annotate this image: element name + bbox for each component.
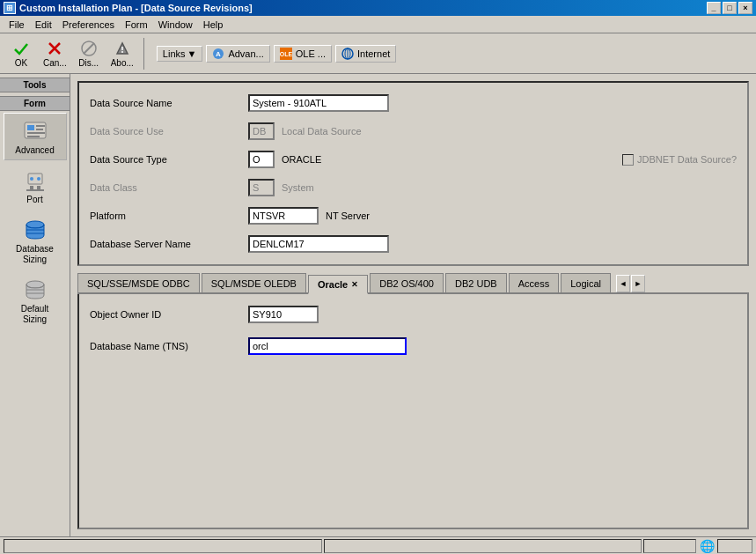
data-source-type-label: Data Source Type [90, 154, 248, 165]
cancel-button[interactable]: Can... [39, 36, 71, 70]
data-source-name-row: Data Source Name [90, 93, 737, 113]
tab-sql-sse-label: SQL/SSE/MSDE ODBC [87, 278, 190, 289]
sidebar-item-port[interactable]: Port [4, 162, 67, 210]
tab-oracle-close[interactable]: ✕ [351, 280, 358, 289]
tab-access[interactable]: Access [509, 273, 559, 292]
svg-point-6 [121, 51, 123, 53]
abo-button[interactable]: Abo... [106, 36, 138, 70]
database-server-name-input[interactable] [248, 235, 389, 253]
tab-scroll-prev[interactable]: ◄ [616, 275, 630, 292]
svg-point-24 [30, 177, 33, 181]
menu-help[interactable]: Help [198, 18, 229, 32]
sidebar-item-advanced[interactable]: Advanced [4, 113, 67, 160]
database-server-name-row: Database Server Name [90, 234, 737, 254]
sidebar-item-default-sizing[interactable]: Default Sizing [4, 271, 67, 329]
data-source-use-fields: Local Data Source [248, 122, 362, 140]
database-name-tns-label: Database Name (TNS) [90, 341, 248, 351]
minimize-button[interactable]: _ [707, 2, 721, 14]
dis-label: Dis... [78, 58, 99, 68]
database-name-tns-input[interactable] [248, 337, 407, 355]
menu-preferences[interactable]: Preferences [57, 18, 120, 32]
sidebar-item-database-sizing[interactable]: Database Sizing [4, 211, 67, 270]
globe-icon: 🌐 [698, 539, 716, 553]
data-source-type-prefix-input[interactable] [248, 151, 275, 168]
app-icon: ⊞ [4, 2, 16, 14]
toolbar-separator [143, 38, 144, 70]
cancel-label: Can... [43, 58, 67, 68]
data-source-use-prefix-input [248, 122, 275, 140]
content-area: Data Source Name Data Source Use Local D… [70, 74, 756, 536]
menu-file[interactable]: File [4, 18, 30, 32]
links-button[interactable]: Links ▼ [157, 46, 203, 62]
advanced-icon [21, 117, 49, 145]
platform-label: Platform [90, 211, 248, 221]
links-arrow-icon: ▼ [187, 48, 197, 59]
ok-button[interactable]: OK [5, 36, 37, 70]
tab-sql-sse[interactable]: SQL/SSE/MSDE ODBC [77, 273, 200, 292]
jdbnet-label: JDBNET Data Source? [637, 154, 737, 165]
tab-logical-label: Logical [570, 278, 601, 289]
database-sizing-icon [21, 216, 49, 244]
svg-rect-19 [27, 136, 40, 137]
jdbnet-area: JDBNET Data Source? [622, 154, 737, 166]
sidebar-form-header: Form [0, 96, 70, 111]
jdbnet-checkbox[interactable] [622, 154, 634, 166]
internet-label: Internet [357, 48, 390, 59]
status-bar: 🌐 [0, 536, 756, 554]
svg-text:A: A [217, 50, 222, 58]
sidebar: Tools Form Advanced [0, 74, 70, 536]
menu-edit[interactable]: Edit [30, 18, 57, 32]
internet-button[interactable]: Internet [335, 45, 396, 63]
tab-access-label: Access [518, 278, 549, 289]
platform-input[interactable] [248, 207, 319, 225]
default-sizing-label: Default Sizing [21, 304, 49, 325]
ole-button[interactable]: OLE OLE ... [274, 45, 332, 63]
tab-logical[interactable]: Logical [561, 273, 611, 292]
advanced-label: Advanced [15, 145, 54, 156]
menu-form[interactable]: Form [120, 18, 153, 32]
tab-oracle-label: Oracle [318, 279, 348, 290]
maximize-button[interactable]: □ [723, 2, 737, 14]
close-button[interactable]: × [738, 2, 752, 14]
platform-row: Platform NT Server [90, 206, 737, 225]
platform-fields: NT Server [248, 207, 370, 225]
tab-oracle[interactable]: Oracle ✕ [308, 275, 368, 294]
data-source-name-input[interactable] [248, 94, 389, 112]
port-label: Port [26, 195, 42, 205]
menu-bar: File Edit Preferences Form Window Help [0, 16, 756, 33]
dis-icon [79, 39, 99, 58]
svg-rect-16 [36, 125, 45, 127]
svg-point-25 [37, 177, 40, 181]
tab-db2-udb[interactable]: DB2 UDB [445, 273, 507, 292]
svg-rect-22 [37, 186, 40, 189]
data-source-use-label: Data Source Use [90, 126, 248, 137]
tab-db2-os400[interactable]: DB2 OS/400 [370, 273, 444, 292]
tabs-row: SQL/SSE/MSDE ODBC SQL/MSDE OLEDB Oracle … [77, 273, 749, 294]
svg-rect-21 [30, 186, 33, 189]
database-server-name-label: Database Server Name [90, 239, 248, 249]
ok-label: OK [15, 58, 27, 68]
title-bar: ⊞ Custom Installation Plan - [Data Sourc… [0, 0, 756, 16]
tab-sql-msde-label: SQL/MSDE OLEDB [211, 278, 297, 289]
data-class-prefix-input [248, 179, 275, 196]
port-icon [21, 166, 49, 195]
tab-db2-os400-label: DB2 OS/400 [379, 278, 434, 289]
advan-button[interactable]: A Advan... [206, 45, 269, 63]
svg-line-3 [84, 43, 94, 54]
ole-label: OLE ... [296, 48, 326, 59]
window-title: Custom Installation Plan - [Data Source … [19, 3, 253, 13]
tab-sql-msde[interactable]: SQL/MSDE OLEDB [202, 273, 306, 292]
object-owner-id-input[interactable] [248, 306, 319, 323]
data-class-value: System [282, 182, 314, 193]
sidebar-tools-header: Tools [0, 78, 70, 92]
object-owner-id-row: Object Owner ID [90, 305, 737, 324]
tab-scroll-next[interactable]: ► [631, 275, 645, 292]
tabs-container: SQL/SSE/MSDE ODBC SQL/MSDE OLEDB Oracle … [77, 273, 749, 529]
object-owner-id-label: Object Owner ID [90, 309, 248, 320]
svg-rect-17 [36, 129, 43, 130]
svg-rect-15 [27, 125, 34, 130]
default-sizing-icon [21, 276, 49, 304]
menu-window[interactable]: Window [153, 18, 198, 32]
dis-button[interactable]: Dis... [73, 36, 105, 70]
ok-icon [11, 39, 31, 58]
